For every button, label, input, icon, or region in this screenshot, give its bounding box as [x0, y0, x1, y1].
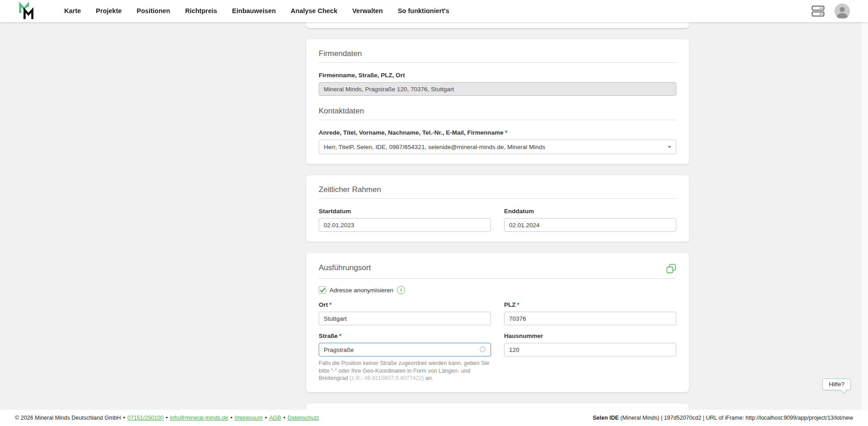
- contact-select[interactable]: Herr, TitelP, Selen, IDE, 0987/654321, s…: [319, 140, 676, 154]
- anonymize-label: Adresse anonymisieren: [330, 287, 393, 294]
- nav-item-einbauweisen[interactable]: Einbauweisen: [232, 0, 276, 22]
- hausnummer-label: Hausnummer: [504, 332, 676, 340]
- nav-item-analyse-check[interactable]: Analyse Check: [291, 0, 337, 22]
- ausfuehrungsort-title: Ausführungsort: [319, 263, 371, 273]
- plz-label: PLZ*: [504, 301, 676, 309]
- card-zeitlicher-rahmen: Zeitlicher Rahmen Startdatum Enddatum: [306, 175, 689, 242]
- help-button[interactable]: Hilfe?: [822, 379, 851, 390]
- required-marker: *: [329, 301, 331, 308]
- ort-label: Ort*: [319, 301, 491, 309]
- required-marker: *: [505, 129, 507, 136]
- footer: © 2026 Mineral Minds Deutschland GmbH • …: [0, 410, 868, 426]
- card-partial-top: [306, 22, 689, 28]
- form-content: Firmendaten Firmenname, Straße, PLZ, Ort…: [306, 22, 689, 424]
- footer-datenschutz-link[interactable]: Datenschutz: [288, 415, 319, 421]
- strasse-input[interactable]: [319, 343, 491, 356]
- contact-select-value: Herr, TitelP, Selen, IDE, 0987/654321, s…: [324, 144, 545, 150]
- zeitraum-title: Zeitlicher Rahmen: [319, 185, 676, 199]
- strasse-helper-text: Falls die Position keiner Straße zugeord…: [319, 360, 491, 382]
- footer-debug-info: Selen IDE (Mineral Minds) | 197d52070cd2…: [593, 415, 853, 421]
- required-marker: *: [517, 301, 519, 308]
- company-label: Firmenname, Straße, PLZ, Ort: [319, 72, 676, 79]
- main-nav: Karte Projekte Positionen Richtpreis Ein…: [64, 0, 449, 22]
- navbar-right: [811, 4, 854, 19]
- nav-item-projekte[interactable]: Projekte: [96, 0, 122, 22]
- footer-left: © 2026 Mineral Minds Deutschland GmbH • …: [15, 415, 319, 421]
- contact-label: Anrede, Titel, Vorname, Nachname, Tel.-N…: [319, 129, 676, 136]
- card-firmendaten: Firmendaten Firmenname, Straße, PLZ, Ort…: [306, 39, 689, 164]
- ort-input[interactable]: [319, 312, 491, 325]
- footer-copyright: © 2026 Mineral Minds Deutschland GmbH: [15, 415, 121, 421]
- footer-email-link[interactable]: info@mineral-minds.de: [170, 415, 228, 421]
- footer-phone-link[interactable]: 07151/250100: [127, 415, 164, 421]
- plz-input[interactable]: [504, 312, 676, 325]
- enddatum-label: Enddatum: [504, 208, 676, 215]
- nav-item-verwalten[interactable]: Verwalten: [352, 0, 383, 22]
- strasse-label: Straße*: [319, 332, 491, 340]
- startdatum-input[interactable]: [319, 218, 491, 232]
- nav-item-positionen[interactable]: Positionen: [137, 0, 170, 22]
- scrollbar[interactable]: [862, 22, 868, 426]
- footer-agb-link[interactable]: AGB: [269, 415, 281, 421]
- anonymize-checkbox[interactable]: [319, 286, 326, 294]
- mineral-minds-logo-icon[interactable]: [18, 2, 37, 21]
- card-ausfuehrungsort: Ausführungsort Adresse anonymisieren i O…: [306, 253, 689, 392]
- user-avatar[interactable]: [835, 4, 850, 19]
- enddatum-input[interactable]: [504, 218, 676, 232]
- chevron-down-icon: [668, 146, 671, 148]
- nav-item-so-funktionierts[interactable]: So funktioniert's: [398, 0, 449, 22]
- copy-icon[interactable]: [666, 264, 676, 274]
- server-icon[interactable]: [811, 5, 825, 17]
- firmendaten-title: Firmendaten: [319, 49, 676, 63]
- info-icon[interactable]: i: [397, 286, 405, 294]
- hausnummer-input[interactable]: [504, 343, 676, 356]
- footer-impressum-link[interactable]: Impressum: [235, 415, 263, 421]
- nav-item-karte[interactable]: Karte: [64, 0, 81, 22]
- nav-item-richtpreis[interactable]: Richtpreis: [185, 0, 217, 22]
- checkmark-icon: [320, 287, 326, 293]
- required-marker: *: [339, 332, 341, 339]
- loading-spinner-icon: [480, 346, 486, 352]
- company-input: [319, 82, 676, 96]
- kontaktdaten-title: Kontaktdaten: [319, 107, 676, 120]
- top-navbar: Karte Projekte Positionen Richtpreis Ein…: [0, 0, 868, 22]
- startdatum-label: Startdatum: [319, 208, 491, 215]
